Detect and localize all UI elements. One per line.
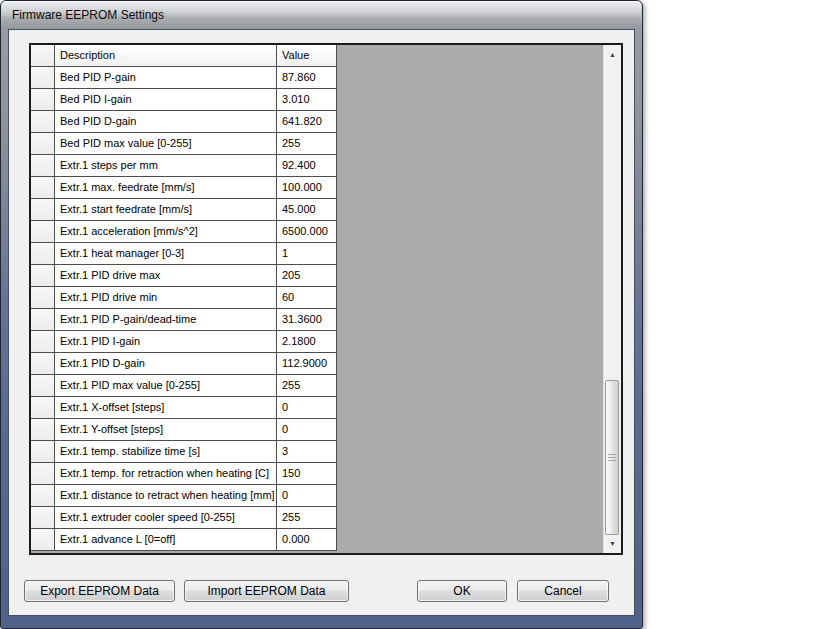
row-header-cell[interactable]: [31, 485, 55, 507]
table-row: Extr.1 Y-offset [steps]0: [31, 419, 337, 441]
description-cell[interactable]: Extr.1 max. feedrate [mm/s]: [55, 177, 277, 199]
row-header-cell[interactable]: [31, 463, 55, 485]
description-cell[interactable]: Extr.1 PID P-gain/dead-time: [55, 309, 277, 331]
description-cell[interactable]: Bed PID D-gain: [55, 111, 277, 133]
value-cell[interactable]: 1: [277, 243, 337, 265]
value-cell[interactable]: 150: [277, 463, 337, 485]
table-row: Extr.1 temp. stabilize time [s]3: [31, 441, 337, 463]
row-header-cell[interactable]: [31, 199, 55, 221]
value-cell[interactable]: 255: [277, 507, 337, 529]
cancel-button[interactable]: Cancel: [517, 580, 609, 602]
row-header-cell[interactable]: [31, 507, 55, 529]
table-row: Bed PID D-gain641.820: [31, 111, 337, 133]
table-row: Extr.1 PID D-gain112.9000: [31, 353, 337, 375]
value-cell[interactable]: 31.3600: [277, 309, 337, 331]
value-cell[interactable]: 6500.000: [277, 221, 337, 243]
description-cell[interactable]: Extr.1 acceleration [mm/s^2]: [55, 221, 277, 243]
row-header-cell[interactable]: [31, 155, 55, 177]
description-cell[interactable]: Extr.1 PID drive min: [55, 287, 277, 309]
value-cell[interactable]: 45.000: [277, 199, 337, 221]
value-cell[interactable]: 3.010: [277, 89, 337, 111]
scroll-down-icon: ▼: [609, 540, 616, 547]
value-cell[interactable]: 0.000: [277, 529, 337, 551]
table-row: Bed PID max value [0-255]255: [31, 133, 337, 155]
row-header-cell[interactable]: [31, 331, 55, 353]
value-cell[interactable]: 255: [277, 133, 337, 155]
row-header-cell[interactable]: [31, 89, 55, 111]
grid-empty-background: [337, 45, 603, 553]
ok-button[interactable]: OK: [417, 580, 507, 602]
row-header-cell[interactable]: [31, 441, 55, 463]
row-header-cell[interactable]: [31, 111, 55, 133]
row-header-cell[interactable]: [31, 67, 55, 89]
description-cell[interactable]: Extr.1 heat manager [0-3]: [55, 243, 277, 265]
scrollbar-thumb[interactable]: [605, 380, 619, 535]
value-cell[interactable]: 255: [277, 375, 337, 397]
description-cell[interactable]: Extr.1 Y-offset [steps]: [55, 419, 277, 441]
table-row: Extr.1 PID drive min60: [31, 287, 337, 309]
table-row: Bed PID I-gain3.010: [31, 89, 337, 111]
row-header-cell[interactable]: [31, 397, 55, 419]
value-cell[interactable]: 0: [277, 419, 337, 441]
description-cell[interactable]: Bed PID max value [0-255]: [55, 133, 277, 155]
description-cell[interactable]: Bed PID I-gain: [55, 89, 277, 111]
description-cell[interactable]: Extr.1 steps per mm: [55, 155, 277, 177]
scroll-down-button[interactable]: ▼: [604, 535, 621, 552]
row-header-cell[interactable]: [31, 221, 55, 243]
row-header-cell[interactable]: [31, 177, 55, 199]
value-cell[interactable]: 0: [277, 485, 337, 507]
row-header-cell[interactable]: [31, 529, 55, 551]
table-row: Extr.1 extruder cooler speed [0-255]255: [31, 507, 337, 529]
scroll-up-icon: ▲: [609, 51, 616, 58]
import-eeprom-button[interactable]: Import EEPROM Data: [184, 580, 349, 602]
row-header-cell[interactable]: [31, 375, 55, 397]
row-header-cell[interactable]: [31, 287, 55, 309]
value-cell[interactable]: 87.860: [277, 67, 337, 89]
scroll-up-button[interactable]: ▲: [604, 46, 621, 63]
description-cell[interactable]: Extr.1 start feedrate [mm/s]: [55, 199, 277, 221]
description-cell[interactable]: Extr.1 PID max value [0-255]: [55, 375, 277, 397]
value-cell[interactable]: 3: [277, 441, 337, 463]
column-header-value[interactable]: Value: [277, 45, 337, 67]
row-header-cell[interactable]: [31, 419, 55, 441]
row-header-cell[interactable]: [31, 353, 55, 375]
description-cell[interactable]: Extr.1 temp. stabilize time [s]: [55, 441, 277, 463]
table-row: Extr.1 advance L [0=off]0.000: [31, 529, 337, 551]
description-cell[interactable]: Extr.1 X-offset [steps]: [55, 397, 277, 419]
value-cell[interactable]: 112.9000: [277, 353, 337, 375]
table-row: Extr.1 distance to retract when heating …: [31, 485, 337, 507]
description-cell[interactable]: Extr.1 extruder cooler speed [0-255]: [55, 507, 277, 529]
window-titlebar[interactable]: Firmware EEPROM Settings: [2, 1, 641, 29]
dialog-client-area: Description Value Bed PID P-gain87.860Be…: [8, 29, 635, 616]
value-cell[interactable]: 641.820: [277, 111, 337, 133]
table-row: Extr.1 PID drive max205: [31, 265, 337, 287]
row-header-cell[interactable]: [31, 133, 55, 155]
grid-table: Description Value Bed PID P-gain87.860Be…: [31, 45, 337, 551]
value-cell[interactable]: 0: [277, 397, 337, 419]
column-header-description[interactable]: Description: [55, 45, 277, 67]
row-header-cell[interactable]: [31, 243, 55, 265]
value-cell[interactable]: 205: [277, 265, 337, 287]
value-cell[interactable]: 2.1800: [277, 331, 337, 353]
value-cell[interactable]: 60: [277, 287, 337, 309]
description-cell[interactable]: Extr.1 temp. for retraction when heating…: [55, 463, 277, 485]
value-cell[interactable]: 100.000: [277, 177, 337, 199]
description-cell[interactable]: Extr.1 PID D-gain: [55, 353, 277, 375]
description-cell[interactable]: Extr.1 distance to retract when heating …: [55, 485, 277, 507]
row-header-cell[interactable]: [31, 265, 55, 287]
table-row: Extr.1 PID P-gain/dead-time31.3600: [31, 309, 337, 331]
description-cell[interactable]: Extr.1 PID I-gain: [55, 331, 277, 353]
vertical-scrollbar[interactable]: ▲ ▼: [603, 45, 621, 553]
table-row: Extr.1 PID I-gain2.1800: [31, 331, 337, 353]
table-row: Extr.1 max. feedrate [mm/s]100.000: [31, 177, 337, 199]
table-row: Extr.1 acceleration [mm/s^2]6500.000: [31, 221, 337, 243]
value-cell[interactable]: 92.400: [277, 155, 337, 177]
description-cell[interactable]: Extr.1 PID drive max: [55, 265, 277, 287]
description-cell[interactable]: Bed PID P-gain: [55, 67, 277, 89]
firmware-eeprom-settings-window: Firmware EEPROM Settings Description Val…: [0, 0, 643, 629]
grid-rows: Bed PID P-gain87.860Bed PID I-gain3.010B…: [31, 67, 337, 551]
grid-corner-cell[interactable]: [31, 45, 55, 67]
export-eeprom-button[interactable]: Export EEPROM Data: [24, 580, 175, 602]
description-cell[interactable]: Extr.1 advance L [0=off]: [55, 529, 277, 551]
row-header-cell[interactable]: [31, 309, 55, 331]
